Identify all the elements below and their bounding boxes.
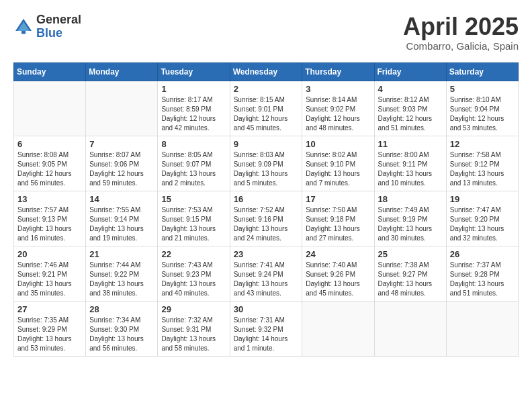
day-number: 30 <box>234 304 299 314</box>
calendar-cell: 29Sunrise: 7:32 AM Sunset: 9:31 PM Dayli… <box>158 301 230 356</box>
calendar-cell: 18Sunrise: 7:49 AM Sunset: 9:19 PM Dayli… <box>374 191 446 246</box>
day-info: Sunrise: 7:43 AM Sunset: 9:23 PM Dayligh… <box>161 261 226 298</box>
day-number: 3 <box>306 84 370 94</box>
day-number: 27 <box>17 304 82 314</box>
calendar-cell <box>14 81 86 136</box>
day-info: Sunrise: 8:00 AM Sunset: 9:11 PM Dayligh… <box>378 150 443 188</box>
day-info: Sunrise: 7:47 AM Sunset: 9:20 PM Dayligh… <box>450 205 515 243</box>
day-info: Sunrise: 8:10 AM Sunset: 9:04 PM Dayligh… <box>450 95 515 133</box>
calendar-cell: 12Sunrise: 7:58 AM Sunset: 9:12 PM Dayli… <box>446 136 518 191</box>
logo: General Blue <box>13 13 81 40</box>
calendar-cell: 25Sunrise: 7:38 AM Sunset: 9:27 PM Dayli… <box>374 246 446 301</box>
day-number: 18 <box>378 194 443 204</box>
day-number: 26 <box>450 249 515 259</box>
day-info: Sunrise: 8:02 AM Sunset: 9:10 PM Dayligh… <box>306 150 370 188</box>
calendar-cell: 7Sunrise: 8:07 AM Sunset: 9:06 PM Daylig… <box>86 136 158 191</box>
logo-text: General Blue <box>36 13 81 40</box>
calendar-cell: 8Sunrise: 8:05 AM Sunset: 9:07 PM Daylig… <box>158 136 230 191</box>
day-info: Sunrise: 7:38 AM Sunset: 9:27 PM Dayligh… <box>378 261 443 298</box>
calendar-cell <box>302 301 374 356</box>
day-number: 5 <box>450 84 515 94</box>
day-info: Sunrise: 7:35 AM Sunset: 9:29 PM Dayligh… <box>17 316 82 353</box>
day-info: Sunrise: 7:57 AM Sunset: 9:13 PM Dayligh… <box>17 205 82 243</box>
calendar-cell: 28Sunrise: 7:34 AM Sunset: 9:30 PM Dayli… <box>86 301 158 356</box>
weekday-friday: Friday <box>374 62 446 81</box>
day-number: 8 <box>161 139 226 149</box>
calendar-cell: 17Sunrise: 7:50 AM Sunset: 9:18 PM Dayli… <box>302 191 374 246</box>
day-info: Sunrise: 8:15 AM Sunset: 9:01 PM Dayligh… <box>234 95 299 133</box>
day-number: 13 <box>17 194 82 204</box>
day-info: Sunrise: 7:49 AM Sunset: 9:19 PM Dayligh… <box>378 205 443 243</box>
calendar-cell: 10Sunrise: 8:02 AM Sunset: 9:10 PM Dayli… <box>302 136 374 191</box>
logo-general-text: General <box>36 13 81 27</box>
calendar-cell: 5Sunrise: 8:10 AM Sunset: 9:04 PM Daylig… <box>446 81 518 136</box>
day-info: Sunrise: 7:44 AM Sunset: 9:22 PM Dayligh… <box>89 261 154 298</box>
day-info: Sunrise: 8:12 AM Sunset: 9:03 PM Dayligh… <box>378 95 443 133</box>
month-title: April 2025 <box>403 13 519 40</box>
weekday-tuesday: Tuesday <box>158 62 230 81</box>
day-info: Sunrise: 8:08 AM Sunset: 9:05 PM Dayligh… <box>17 150 82 188</box>
day-number: 22 <box>161 249 226 259</box>
weekday-header-row: SundayMondayTuesdayWednesdayThursdayFrid… <box>14 62 519 81</box>
calendar-cell: 27Sunrise: 7:35 AM Sunset: 9:29 PM Dayli… <box>14 301 86 356</box>
calendar-cell: 20Sunrise: 7:46 AM Sunset: 9:21 PM Dayli… <box>14 246 86 301</box>
calendar-week-3: 13Sunrise: 7:57 AM Sunset: 9:13 PM Dayli… <box>14 191 519 246</box>
calendar-body: 1Sunrise: 8:17 AM Sunset: 8:59 PM Daylig… <box>14 81 519 356</box>
calendar-week-2: 6Sunrise: 8:08 AM Sunset: 9:05 PM Daylig… <box>14 136 519 191</box>
day-info: Sunrise: 7:53 AM Sunset: 9:15 PM Dayligh… <box>161 205 226 243</box>
day-number: 1 <box>161 84 226 94</box>
day-info: Sunrise: 7:34 AM Sunset: 9:30 PM Dayligh… <box>89 316 154 353</box>
weekday-sunday: Sunday <box>14 62 86 81</box>
day-info: Sunrise: 8:03 AM Sunset: 9:09 PM Dayligh… <box>234 150 299 188</box>
day-info: Sunrise: 7:41 AM Sunset: 9:24 PM Dayligh… <box>234 261 299 298</box>
calendar-cell: 26Sunrise: 7:37 AM Sunset: 9:28 PM Dayli… <box>446 246 518 301</box>
day-number: 14 <box>89 194 154 204</box>
calendar-cell: 1Sunrise: 8:17 AM Sunset: 8:59 PM Daylig… <box>158 81 230 136</box>
day-info: Sunrise: 7:50 AM Sunset: 9:18 PM Dayligh… <box>306 205 370 243</box>
logo-icon <box>13 17 34 37</box>
calendar-cell: 9Sunrise: 8:03 AM Sunset: 9:09 PM Daylig… <box>230 136 302 191</box>
calendar-cell: 24Sunrise: 7:40 AM Sunset: 9:26 PM Dayli… <box>302 246 374 301</box>
calendar-week-5: 27Sunrise: 7:35 AM Sunset: 9:29 PM Dayli… <box>14 301 519 356</box>
day-number: 4 <box>378 84 443 94</box>
day-number: 11 <box>378 139 443 149</box>
weekday-monday: Monday <box>86 62 158 81</box>
day-number: 29 <box>161 304 226 314</box>
page-header: General Blue April 2025 Combarro, Galici… <box>13 13 519 52</box>
day-number: 12 <box>450 139 515 149</box>
day-number: 19 <box>450 194 515 204</box>
calendar-cell: 22Sunrise: 7:43 AM Sunset: 9:23 PM Dayli… <box>158 246 230 301</box>
calendar-cell: 23Sunrise: 7:41 AM Sunset: 9:24 PM Dayli… <box>230 246 302 301</box>
day-info: Sunrise: 8:14 AM Sunset: 9:02 PM Dayligh… <box>306 95 370 133</box>
day-info: Sunrise: 8:05 AM Sunset: 9:07 PM Dayligh… <box>161 150 226 188</box>
day-info: Sunrise: 7:55 AM Sunset: 9:14 PM Dayligh… <box>89 205 154 243</box>
day-number: 6 <box>17 139 82 149</box>
calendar-cell <box>446 301 518 356</box>
logo-blue-text: Blue <box>36 27 81 40</box>
calendar-cell: 15Sunrise: 7:53 AM Sunset: 9:15 PM Dayli… <box>158 191 230 246</box>
day-info: Sunrise: 7:52 AM Sunset: 9:16 PM Dayligh… <box>234 205 299 243</box>
day-number: 10 <box>306 139 370 149</box>
title-block: April 2025 Combarro, Galicia, Spain <box>403 13 519 52</box>
calendar-cell: 30Sunrise: 7:31 AM Sunset: 9:32 PM Dayli… <box>230 301 302 356</box>
day-info: Sunrise: 8:07 AM Sunset: 9:06 PM Dayligh… <box>89 150 154 188</box>
calendar-cell: 21Sunrise: 7:44 AM Sunset: 9:22 PM Dayli… <box>86 246 158 301</box>
weekday-thursday: Thursday <box>302 62 374 81</box>
day-info: Sunrise: 7:46 AM Sunset: 9:21 PM Dayligh… <box>17 261 82 298</box>
day-number: 16 <box>234 194 299 204</box>
day-number: 15 <box>161 194 226 204</box>
weekday-saturday: Saturday <box>446 62 518 81</box>
calendar-week-4: 20Sunrise: 7:46 AM Sunset: 9:21 PM Dayli… <box>14 246 519 301</box>
calendar-cell: 11Sunrise: 8:00 AM Sunset: 9:11 PM Dayli… <box>374 136 446 191</box>
calendar-cell: 14Sunrise: 7:55 AM Sunset: 9:14 PM Dayli… <box>86 191 158 246</box>
svg-rect-2 <box>21 31 26 34</box>
day-number: 24 <box>306 249 370 259</box>
calendar-cell <box>86 81 158 136</box>
location-text: Combarro, Galicia, Spain <box>403 40 519 52</box>
day-info: Sunrise: 7:32 AM Sunset: 9:31 PM Dayligh… <box>161 316 226 353</box>
calendar-cell: 16Sunrise: 7:52 AM Sunset: 9:16 PM Dayli… <box>230 191 302 246</box>
day-number: 21 <box>89 249 154 259</box>
calendar-cell: 19Sunrise: 7:47 AM Sunset: 9:20 PM Dayli… <box>446 191 518 246</box>
calendar-cell: 2Sunrise: 8:15 AM Sunset: 9:01 PM Daylig… <box>230 81 302 136</box>
day-info: Sunrise: 7:58 AM Sunset: 9:12 PM Dayligh… <box>450 150 515 188</box>
